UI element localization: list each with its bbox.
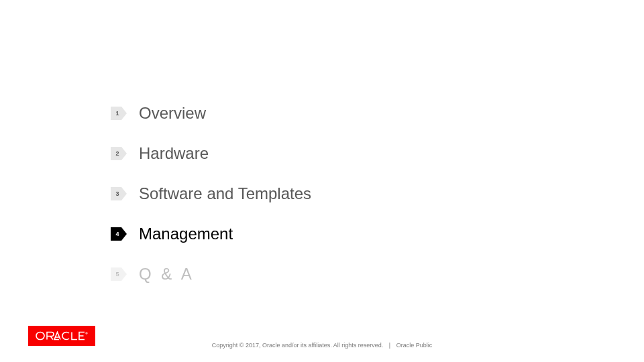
- agenda-number: 5: [115, 271, 119, 278]
- agenda-list: 1 Overview 2 Hardware 3 Software and Tem…: [111, 104, 311, 305]
- agenda-number-badge-active: 4: [111, 227, 127, 241]
- agenda-label: Management: [139, 225, 233, 243]
- agenda-number: 1: [115, 110, 119, 117]
- agenda-number: 4: [115, 231, 119, 237]
- agenda-item-3: 3 Software and Templates: [111, 184, 311, 203]
- agenda-label: Q & A: [139, 265, 195, 284]
- agenda-item-5: 5 Q & A: [111, 265, 311, 284]
- agenda-number-badge: 1: [111, 107, 127, 120]
- svg-point-1: [86, 333, 87, 334]
- agenda-number: 2: [115, 150, 119, 157]
- agenda-number-badge: 2: [111, 147, 127, 160]
- footer-copyright: Copyright © 2017, Oracle and/or its affi…: [212, 342, 384, 349]
- agenda-label: Software and Templates: [139, 184, 311, 203]
- footer: Copyright © 2017, Oracle and/or its affi…: [0, 342, 644, 349]
- slide: 1 Overview 2 Hardware 3 Software and Tem…: [0, 0, 644, 362]
- agenda-label: Overview: [139, 104, 206, 123]
- agenda-number-badge: 3: [111, 187, 127, 200]
- agenda-number: 3: [115, 190, 119, 197]
- agenda-item-4: 4 Management: [111, 225, 311, 243]
- agenda-label: Hardware: [139, 144, 209, 163]
- agenda-item-2: 2 Hardware: [111, 144, 311, 163]
- agenda-item-1: 1 Overview: [111, 104, 311, 123]
- agenda-number-badge: 5: [111, 267, 127, 281]
- footer-separator: |: [389, 342, 390, 349]
- footer-classification: Oracle Public: [396, 342, 433, 349]
- svg-rect-0: [36, 333, 44, 340]
